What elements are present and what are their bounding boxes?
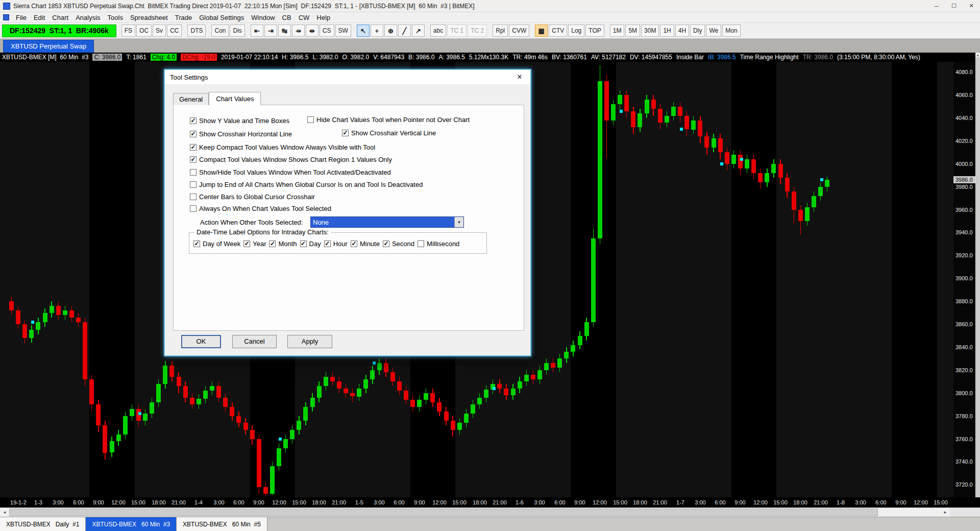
toolbar-ray-tool-icon[interactable]: ↗ — [412, 25, 425, 37]
cancel-button[interactable]: Cancel — [232, 335, 277, 348]
toolbar-tf-5m[interactable]: 5M — [625, 25, 640, 37]
bottom-tab-xbtusd-bmex-60-min-5[interactable]: XBTUSD-BMEX 60 Min #5 — [177, 517, 267, 531]
toolbar-top[interactable]: TOP — [585, 25, 604, 37]
checkbox-keep-compact-tool-values-window-always-vis[interactable]: ✓Keep Compact Tool Values Window Always … — [190, 142, 375, 152]
checkbox-center-bars-to-global-cursor-crosshair[interactable]: Center Bars to Global Cursor Crosshair — [190, 192, 315, 201]
scroll-right-icon[interactable]: ► — [941, 508, 950, 517]
main-toolbar: DF:152429 ST:1, 1 BR:4906k FSOCSvCCDTSCo… — [0, 23, 980, 39]
toolbar-dis[interactable]: Dis — [230, 25, 244, 37]
dialog-tab-chart-values[interactable]: Chart Values — [209, 92, 261, 105]
checkbox-show-hide-tool-values-window-when-tool-act[interactable]: Show/Hide Tool Values Window When Tool A… — [190, 167, 391, 177]
scroll-left-icon[interactable]: ◄ — [0, 508, 9, 517]
checkbox-second[interactable]: ✓Second — [383, 240, 414, 248]
toolbar-pointer-tool-icon[interactable]: ↖ — [357, 25, 370, 37]
time-axis-label: 9:00 — [734, 499, 745, 505]
minimize-button[interactable]: ─ — [928, 0, 945, 12]
toolbar-bar-spacing-icon[interactable]: ↹ — [278, 25, 291, 37]
menu-cw[interactable]: CW — [295, 13, 313, 22]
vertical-scrollbar[interactable]: ▲ ▼ — [975, 53, 980, 506]
menu-chart[interactable]: Chart — [48, 13, 72, 22]
menu-edit[interactable]: Edit — [30, 13, 48, 22]
time-axis-label: 15:00 — [131, 499, 145, 505]
menu-global-settings[interactable]: Global Settings — [195, 13, 248, 22]
time-axis-label: 6:00 — [715, 499, 725, 505]
horizontal-scrollbar-thumb[interactable] — [9, 509, 878, 516]
time-axis-label: 21:00 — [172, 499, 186, 505]
menu-analysis[interactable]: Analysis — [72, 13, 104, 22]
checkbox-show-y-value-and-time-boxes[interactable]: ✓Show Y Value and Time Boxes — [190, 116, 289, 125]
checkbox-always-on-when-chart-values-tool-selected[interactable]: Always On When Chart Values Tool Selecte… — [190, 204, 331, 213]
toolbar-text-tool[interactable]: abc — [430, 25, 446, 37]
toolbar-grid-tool-icon[interactable]: ▦ — [535, 25, 548, 37]
checkbox-compact-tool-values-window-shows-chart-reg[interactable]: ✓Compact Tool Values Window Shows Chart … — [190, 155, 392, 164]
chart-window-icon[interactable] — [3, 14, 9, 20]
toolbar-rpl[interactable]: Rpl — [493, 25, 508, 37]
bottom-tab-xbtusd-bmex-daily-1[interactable]: XBTUSD-BMEX Daily #1 — [0, 517, 86, 531]
checkbox-millisecond[interactable]: Millisecond — [418, 240, 459, 248]
checkbox-month[interactable]: ✓Month — [269, 240, 297, 248]
toolbar-tf-we[interactable]: We — [706, 25, 721, 37]
checkbox-year[interactable]: ✓Year — [243, 240, 266, 248]
toolbar-chart-values-tool-icon[interactable]: ⊕ — [384, 25, 397, 37]
status-segment: Chg: 4.0 — [151, 54, 177, 61]
toolbar-tf-mon[interactable]: Mon — [722, 25, 740, 37]
checkbox-jump-to-end-of-all-charts-when-global-curs[interactable]: Jump to End of All Charts When Global Cu… — [190, 180, 423, 189]
action-when-other-tools-combo[interactable]: None ▼ — [310, 216, 464, 228]
toolbar-fs[interactable]: FS — [121, 25, 135, 37]
checkbox-hide-chart-values-tool-when-pointer-not-ov[interactable]: Hide Chart Values Tool when Pointer not … — [307, 116, 470, 124]
toolbar-scroll-begin-icon[interactable]: ⇤ — [251, 25, 263, 37]
checkbox-box: ✓ — [243, 240, 250, 247]
toolbar-cvw[interactable]: CVW — [509, 25, 529, 37]
menu-tools[interactable]: Tools — [104, 13, 127, 22]
menu-cb[interactable]: CB — [279, 13, 295, 22]
toolbar-tf-1h[interactable]: 1H — [660, 25, 674, 37]
toolbar-dts[interactable]: DTS — [187, 25, 206, 37]
toolbar-trendline-tool-icon[interactable]: ╱ — [398, 25, 411, 37]
chartbook-tab[interactable]: XBTUSD Perpetual Swap — [3, 40, 94, 53]
close-button[interactable]: ✕ — [963, 0, 980, 12]
toolbar-sv[interactable]: Sv — [153, 25, 166, 37]
horizontal-scrollbar[interactable]: ◄ ► — [0, 508, 980, 517]
toolbar-cs[interactable]: CS — [320, 25, 334, 37]
toolbar-tf-1m[interactable]: 1M — [610, 25, 625, 37]
dialog-titlebar[interactable]: Tool Settings — [165, 70, 530, 84]
toolbar-sw[interactable]: SW — [335, 25, 351, 37]
bottom-tab-xbtusd-bmex-60-min-3[interactable]: XBTUSD-BMEX 60 Min #3 — [86, 517, 177, 531]
checkbox-show-crosshair-horizontal-line[interactable]: ✓Show Crosshair Horizontal Line — [190, 129, 292, 138]
menu-help[interactable]: Help — [313, 13, 334, 22]
toolbar-con[interactable]: Con — [211, 25, 229, 37]
checkbox-show-crosshair-vertical-line[interactable]: ✓Show Crosshair Vertical Line — [342, 129, 436, 137]
status-segment: H: 3986.5 — [282, 54, 308, 61]
vertical-scrollbar-thumb[interactable] — [976, 58, 979, 497]
combo-dropdown-icon[interactable]: ▼ — [454, 217, 463, 227]
menu-spreadsheet[interactable]: Spreadsheet — [127, 13, 172, 22]
maximize-button[interactable]: ☐ — [945, 0, 963, 12]
menu-trade[interactable]: Trade — [172, 13, 195, 22]
time-axis-label: 12:00 — [753, 499, 768, 505]
checkbox-hour[interactable]: ✓Hour — [324, 240, 348, 248]
checkbox-day-of-week[interactable]: ✓Day of Week — [193, 240, 240, 248]
toolbar-oc[interactable]: OC — [136, 25, 152, 37]
toolbar-ctv[interactable]: CTV — [549, 25, 567, 37]
toolbar-scroll-end-icon[interactable]: ⇥ — [264, 25, 277, 37]
toolbar-tf-dly[interactable]: Dly — [690, 25, 705, 37]
dialog-tab-general[interactable]: General — [173, 93, 209, 105]
toolbar-log[interactable]: Log — [568, 25, 584, 37]
time-axis-label: 12:00 — [914, 499, 928, 505]
checkbox-day[interactable]: ✓Day — [300, 240, 321, 248]
scroll-up-icon[interactable]: ▲ — [975, 53, 980, 58]
checkbox-minute[interactable]: ✓Minute — [351, 240, 380, 248]
toolbar-spacing-increase-icon[interactable]: ⇸ — [292, 25, 305, 37]
price-axis[interactable]: 4080.04060.04040.04020.04000.03980.03960… — [953, 62, 975, 497]
apply-button[interactable]: Apply — [287, 335, 332, 348]
toolbar-tf-30m[interactable]: 30M — [641, 25, 659, 37]
toolbar-tf-4h[interactable]: 4H — [675, 25, 689, 37]
ok-button[interactable]: OK — [181, 335, 221, 348]
menu-window[interactable]: Window — [248, 13, 278, 22]
menu-file[interactable]: File — [12, 13, 30, 22]
time-axis-label: 15:00 — [292, 499, 306, 505]
dialog-close-icon[interactable]: ✕ — [509, 70, 530, 84]
toolbar-crosshair-tool-icon[interactable]: + — [371, 25, 383, 37]
toolbar-cc[interactable]: CC — [167, 25, 182, 37]
toolbar-spacing-decrease-icon[interactable]: ⇹ — [306, 25, 318, 37]
